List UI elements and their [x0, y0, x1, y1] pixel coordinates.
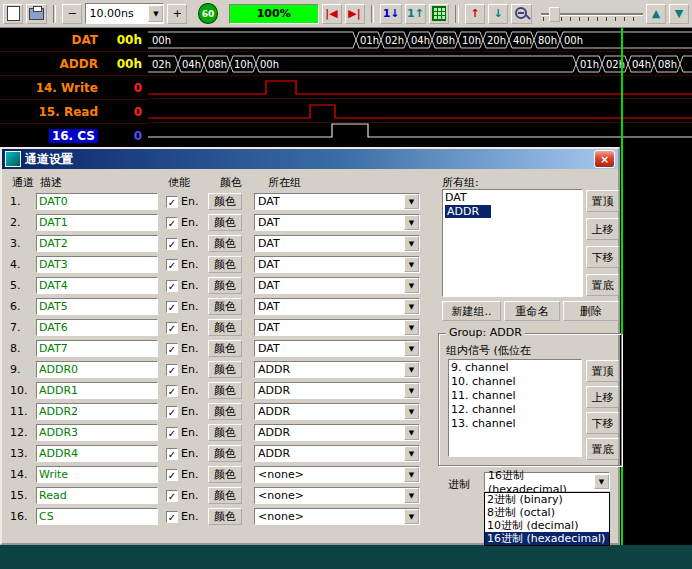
edge-next-button[interactable]: ▼ — [669, 4, 689, 24]
channel-description-input[interactable] — [36, 319, 158, 336]
group-combobox[interactable]: ADDR ▼ — [254, 403, 420, 420]
group-combobox[interactable]: DAT ▼ — [254, 277, 420, 294]
dropdown-arrow-icon[interactable]: ▼ — [404, 467, 419, 482]
run-button[interactable]: 60 — [198, 3, 217, 24]
group-combobox[interactable]: DAT ▼ — [254, 319, 420, 336]
chevron-down-icon[interactable]: ▼ — [148, 5, 163, 22]
color-button[interactable]: 颜色 — [208, 466, 242, 483]
enable-checkbox[interactable]: ✓ En. — [166, 384, 208, 397]
channel-lane-addr[interactable]: ADDR 00h — [0, 52, 148, 76]
group-move-down-button[interactable]: 下移 — [586, 246, 619, 268]
color-button[interactable]: 颜色 — [208, 403, 242, 420]
cursor-line[interactable] — [621, 28, 623, 545]
enable-checkbox[interactable]: ✓ En. — [166, 237, 208, 250]
checkbox-check-icon[interactable]: ✓ — [166, 511, 178, 523]
group-combobox[interactable]: ADDR ▼ — [254, 424, 420, 441]
checkbox-check-icon[interactable]: ✓ — [166, 469, 178, 481]
goto-trigger-up-button[interactable]: 1↑ — [405, 4, 426, 24]
dropdown-arrow-icon[interactable]: ▼ — [404, 215, 419, 230]
signal-list-item[interactable]: 12. channel — [449, 402, 581, 416]
color-button[interactable]: 颜色 — [208, 235, 242, 252]
color-button[interactable]: 颜色 — [208, 298, 242, 315]
group-combobox[interactable]: DAT ▼ — [254, 256, 420, 273]
channel-description-input[interactable] — [36, 382, 158, 399]
checkbox-check-icon[interactable]: ✓ — [166, 427, 178, 439]
dropdown-arrow-icon[interactable]: ▼ — [404, 341, 419, 356]
dropdown-arrow-icon[interactable]: ▼ — [404, 383, 419, 398]
group-combobox[interactable]: DAT ▼ — [254, 214, 420, 231]
timebase-combobox[interactable]: 10.00ns ▼ — [85, 3, 164, 24]
channel-description-input[interactable] — [36, 193, 158, 210]
timebase-decrease-button[interactable]: − — [62, 4, 82, 24]
close-button[interactable]: × — [594, 150, 615, 168]
new-group-button[interactable]: 新建组.. — [442, 301, 501, 321]
rename-group-button[interactable]: 重命名 — [504, 301, 560, 321]
group-combobox[interactable]: DAT ▼ — [254, 298, 420, 315]
dropdown-arrow-icon[interactable]: ▼ — [404, 404, 419, 419]
groups-listbox[interactable]: DAT ADDR — [442, 189, 583, 297]
enable-checkbox[interactable]: ✓ En. — [166, 195, 208, 208]
color-button[interactable]: 颜色 — [208, 214, 242, 231]
channel-description-input[interactable] — [36, 340, 158, 357]
channel-lane-write[interactable]: 14. Write 0 — [0, 76, 148, 100]
new-file-button[interactable] — [3, 4, 23, 24]
group-combobox[interactable]: <none> ▼ — [254, 508, 420, 525]
dropdown-arrow-icon[interactable]: ▼ — [404, 194, 419, 209]
radix-combobox[interactable]: 16进制 (hexadecimal) ▼ — [484, 472, 610, 491]
signal-move-up-button[interactable]: 上移 — [586, 386, 619, 408]
checkbox-check-icon[interactable]: ✓ — [166, 259, 178, 271]
dropdown-arrow-icon[interactable]: ▼ — [404, 320, 419, 335]
channel-description-input[interactable] — [36, 361, 158, 378]
channel-name[interactable]: ADDR — [60, 57, 98, 71]
checkbox-check-icon[interactable]: ✓ — [166, 217, 178, 229]
zoom-slider[interactable] — [541, 4, 643, 24]
color-button[interactable]: 颜色 — [208, 424, 242, 441]
checkbox-check-icon[interactable]: ✓ — [166, 448, 178, 460]
enable-checkbox[interactable]: ✓ En. — [166, 321, 208, 334]
group-move-top-button[interactable]: 置顶 — [586, 190, 619, 212]
channel-lane-dat[interactable]: DAT 00h — [0, 28, 148, 52]
group-combobox[interactable]: ADDR ▼ — [254, 445, 420, 462]
group-list-item[interactable]: ADDR — [443, 204, 582, 218]
jump-to-start-button[interactable]: |◀ — [322, 4, 342, 24]
group-combobox[interactable]: <none> ▼ — [254, 466, 420, 483]
dropdown-arrow-icon[interactable]: ▼ — [404, 446, 419, 461]
enable-checkbox[interactable]: ✓ En. — [166, 447, 208, 460]
color-button[interactable]: 颜色 — [208, 256, 242, 273]
slider-thumb[interactable] — [549, 7, 560, 22]
channel-description-input[interactable] — [36, 445, 158, 462]
channel-name[interactable]: DAT — [71, 33, 98, 47]
color-button[interactable]: 颜色 — [208, 340, 242, 357]
channel-description-input[interactable] — [36, 214, 158, 231]
signal-list-item[interactable]: 9. channel — [449, 360, 581, 374]
zoom-out-button[interactable] — [511, 4, 532, 24]
dropdown-arrow-icon[interactable]: ▼ — [404, 278, 419, 293]
enable-checkbox[interactable]: ✓ En. — [166, 258, 208, 271]
group-move-up-button[interactable]: 上移 — [586, 218, 619, 240]
dropdown-arrow-icon[interactable]: ▼ — [404, 509, 419, 524]
group-move-bottom-button[interactable]: 置底 — [586, 274, 619, 296]
dropdown-arrow-icon[interactable]: ▼ — [404, 425, 419, 440]
color-button[interactable]: 颜色 — [208, 508, 242, 525]
color-button[interactable]: 颜色 — [208, 487, 242, 504]
color-button[interactable]: 颜色 — [208, 319, 242, 336]
enable-checkbox[interactable]: ✓ En. — [166, 468, 208, 481]
group-list-item[interactable]: DAT — [443, 190, 582, 204]
enable-checkbox[interactable]: ✓ En. — [166, 426, 208, 439]
checkbox-check-icon[interactable]: ✓ — [166, 364, 178, 376]
group-combobox[interactable]: DAT ▼ — [254, 193, 420, 210]
checkbox-check-icon[interactable]: ✓ — [166, 406, 178, 418]
dropdown-arrow-icon[interactable]: ▼ — [404, 236, 419, 251]
channel-description-input[interactable] — [36, 508, 158, 525]
dropdown-arrow-icon[interactable]: ▼ — [404, 488, 419, 503]
signal-list-item[interactable]: 11. channel — [449, 388, 581, 402]
signal-move-top-button[interactable]: 置顶 — [586, 360, 619, 382]
color-button[interactable]: 颜色 — [208, 361, 242, 378]
group-combobox[interactable]: ADDR ▼ — [254, 382, 420, 399]
dialog-titlebar[interactable]: 通道设置 × — [2, 149, 618, 169]
checkbox-check-icon[interactable]: ✓ — [166, 322, 178, 334]
waveform-plot[interactable]: 00h 01h 02h 04h 08h 10h 20h 40h 80h 00h … — [148, 28, 692, 147]
edge-previous-button[interactable]: ▲ — [646, 4, 666, 24]
channel-description-input[interactable] — [36, 235, 158, 252]
enable-checkbox[interactable]: ✓ En. — [166, 510, 208, 523]
